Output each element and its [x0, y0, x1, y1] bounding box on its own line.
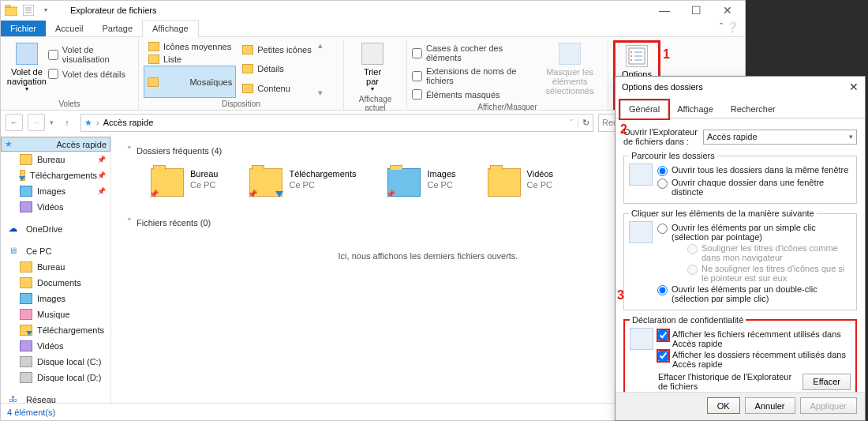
click-fieldset: Cliquer sur les éléments de la manière s… [623, 209, 857, 310]
dialog-title: Options des dossiers [622, 82, 703, 92]
breadcrumb[interactable]: Accès rapide [103, 118, 154, 127]
layout-small[interactable]: Petites icônes [238, 43, 316, 56]
sidebar-diskd[interactable]: Disque local (D:) [1, 370, 110, 385]
layout-content[interactable]: Contenu [238, 82, 316, 95]
sidebar-desktop[interactable]: Bureau📌 [1, 152, 110, 167]
star-icon: ★ [84, 118, 92, 128]
maximize-button[interactable]: ☐ [680, 1, 712, 19]
sidebar-onedrive[interactable]: ☁OneDrive [1, 221, 110, 237]
tab-home[interactable]: Accueil [46, 21, 92, 36]
underline-browser: Souligner les titres d'icônes comme dans… [687, 243, 851, 262]
folder-desktop[interactable]: 📌BureauCe PC [151, 168, 218, 197]
browse-icon [629, 164, 653, 186]
layout-list[interactable]: Liste [144, 53, 236, 66]
cancel-button[interactable]: Annuler [745, 397, 795, 414]
sidebar-network[interactable]: 🖧Réseau [1, 392, 110, 403]
browse-same-window[interactable]: Ouvrir tous les dossiers dans la même fe… [657, 165, 851, 176]
sidebar-music[interactable]: Musique [1, 306, 110, 322]
up-button[interactable]: ↑ [58, 114, 76, 131]
sidebar-diskc[interactable]: Disque local (C:) [1, 354, 110, 370]
folder-videos[interactable]: VidéosCe PC [488, 168, 553, 197]
sidebar-downloads[interactable]: Téléchargements📌 [1, 167, 110, 183]
nav-sidebar: ★Accès rapide Bureau📌 Téléchargements📌 I… [1, 134, 111, 403]
hide-selected-button: Masquer les éléments sélectionnés [537, 40, 603, 101]
dialog-footer: OK Annuler Appliquer [615, 392, 865, 420]
minimize-button[interactable]: — [649, 1, 680, 19]
group-label: Affichage actuel [349, 93, 402, 114]
clear-button[interactable]: Effacer [803, 374, 851, 390]
sidebar-videos[interactable]: Vidéos [1, 199, 110, 215]
folder-images[interactable]: 📌ImagesCe PC [387, 168, 455, 197]
layout-medium[interactable]: Icônes moyennes [144, 40, 236, 53]
show-recent-files[interactable]: Afficher les fichiers récemment utilisés… [658, 329, 851, 348]
privacy-icon [630, 328, 653, 350]
sidebar-images2[interactable]: Images [1, 291, 110, 306]
sidebar-desktop2[interactable]: Bureau [1, 259, 110, 275]
forward-button[interactable]: → [28, 114, 45, 131]
double-click[interactable]: Ouvrir les éléments par un double-clic (… [657, 284, 851, 303]
group-label: Volets [6, 98, 133, 110]
group-label: Afficher/Masquer [412, 101, 603, 113]
browse-new-window[interactable]: Ouvrir chaque dossier dans une fenêtre d… [657, 178, 851, 197]
svg-point-7 [630, 51, 632, 53]
click-legend: Cliquer sur les éléments de la manière s… [629, 209, 817, 218]
recent-locations-icon[interactable]: ▾ [50, 118, 54, 126]
details-pane-check[interactable]: Volet des détails [48, 69, 133, 79]
open-in-select[interactable]: Accès rapide▾ [703, 130, 857, 145]
qat-dropdown-icon[interactable]: ▾ [39, 4, 52, 17]
single-click[interactable]: Ouvrir les éléments par un simple clic (… [657, 223, 851, 242]
sidebar-thispc[interactable]: 🖥Ce PC [1, 243, 110, 259]
dialog-titlebar: Options des dossiers ✕ [615, 77, 865, 97]
ribbon-collapse-icon[interactable]: ˆ ❔ [720, 21, 739, 33]
item-checkboxes[interactable]: Cases à cocher des éléments [412, 43, 537, 62]
sidebar-documents[interactable]: Documents [1, 275, 110, 291]
back-button[interactable]: ← [6, 114, 23, 131]
ok-button[interactable]: OK [707, 397, 740, 414]
dialog-tab-general[interactable]: Général [620, 100, 668, 118]
nav-pane-button[interactable]: Volet de navigation▾ [6, 40, 48, 98]
apply-button[interactable]: Appliquer [800, 397, 857, 414]
sidebar-downloads2[interactable]: Téléchargements [1, 322, 110, 338]
layout-details[interactable]: Détails [238, 62, 316, 75]
open-in-label: Ouvrir l'Explorateur de fichiers dans : [623, 127, 698, 146]
browse-legend: Parcourir les dossiers [629, 151, 717, 160]
annotation-1: 1 [663, 47, 670, 62]
privacy-legend: Déclaration de confidentialité [630, 315, 746, 325]
window-title: Explorateur de fichiers [70, 6, 156, 15]
clear-history-label: Effacer l'historique de l'Explorateur de… [658, 372, 798, 391]
tab-view[interactable]: Affichage [142, 20, 199, 37]
dialog-tabs: Général Affichage Rechercher [615, 97, 865, 118]
refresh-icon[interactable]: ↻ [578, 118, 589, 128]
sidebar-images[interactable]: Images📌 [1, 183, 110, 199]
svg-rect-0 [5, 7, 17, 16]
layout-tiles[interactable]: Mosaïques [144, 66, 236, 98]
dialog-tab-view[interactable]: Affichage [668, 100, 722, 118]
group-label: Disposition [144, 98, 339, 110]
sidebar-quick-access[interactable]: ★Accès rapide [1, 137, 110, 152]
titlebar: ▾ Explorateur de fichiers — ☐ ✕ [1, 1, 745, 19]
file-extensions[interactable]: Extensions de noms de fichiers [412, 66, 537, 85]
tab-share[interactable]: Partage [92, 21, 142, 36]
dialog-close-button[interactable]: ✕ [849, 81, 859, 93]
dialog-tab-search[interactable]: Rechercher [722, 100, 784, 118]
folder-icon [5, 4, 17, 17]
folder-downloads[interactable]: 📌TéléchargementsCe PC [249, 168, 356, 197]
hidden-items[interactable]: Éléments masqués [412, 89, 537, 100]
folder-options-dialog: Options des dossiers ✕ Général Affichage… [615, 76, 866, 421]
svg-rect-1 [6, 5, 10, 7]
tab-file[interactable]: Fichier [1, 21, 46, 36]
preview-pane-check[interactable]: Volet de visualisation [48, 45, 133, 64]
close-button[interactable]: ✕ [712, 1, 743, 19]
show-recent-folders[interactable]: Afficher les dossiers récemment utilisés… [658, 350, 851, 369]
underline-hover: Ne souligner les titres d'icônes que si … [687, 264, 851, 283]
ribbon-tabs: Fichier Accueil Partage Affichage [1, 19, 745, 37]
address-bar[interactable]: ★ › Accès rapide ˅ ↻ [80, 114, 593, 132]
properties-icon[interactable] [22, 4, 35, 17]
click-icon [629, 221, 653, 243]
sidebar-videos2[interactable]: Vidéos [1, 338, 110, 354]
privacy-fieldset: Déclaration de confidentialité Afficher … [623, 315, 857, 392]
sort-button[interactable]: Trier par▾ [349, 40, 396, 93]
browse-fieldset: Parcourir les dossiers Ouvrir tous les d… [623, 151, 857, 204]
annotation-2: 2 [620, 122, 627, 137]
svg-point-8 [630, 55, 632, 57]
